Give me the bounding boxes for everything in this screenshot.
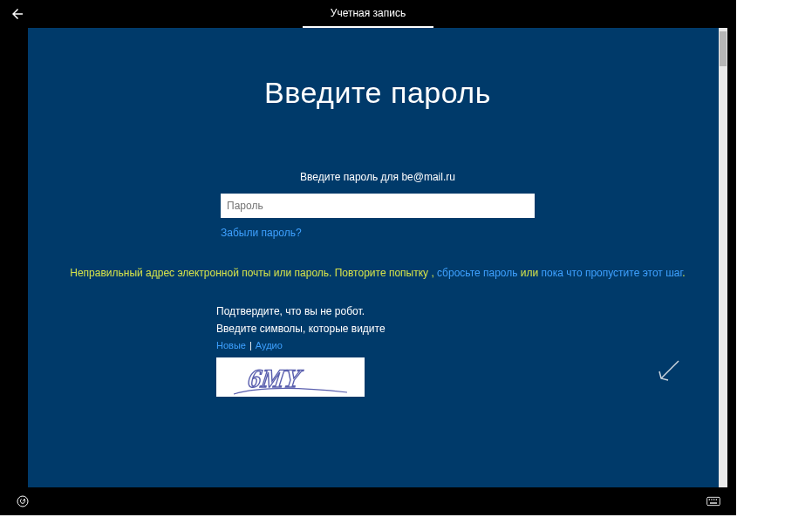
bottom-bar [0, 487, 736, 515]
forgot-password-link[interactable]: Забыли пароль? [221, 227, 535, 239]
error-or: или [518, 267, 542, 279]
captcha-image: 6MY [216, 357, 365, 397]
oobe-window: Учетная запись Введите пароль Введите па… [0, 0, 736, 515]
back-arrow-button[interactable] [0, 0, 35, 28]
error-dot: . [682, 267, 685, 279]
captcha-label-1: Подтвердите, что вы не робот. [216, 305, 530, 317]
captcha-new-link[interactable]: Новые [216, 340, 246, 350]
svg-rect-5 [711, 499, 712, 500]
page-title: Введите пароль [37, 76, 719, 110]
password-row [37, 194, 719, 218]
content-inner: Введите пароль Введите пароль для be@mai… [28, 76, 727, 487]
error-text: Неправильный адрес электронной почты или… [70, 267, 428, 279]
password-input[interactable] [221, 194, 535, 218]
content-panel: Введите пароль Введите пароль для be@mai… [28, 28, 727, 487]
captcha-link-separator: | [249, 340, 252, 350]
svg-rect-7 [716, 499, 717, 500]
captcha-section: Подтвердите, что вы не робот. Введите си… [216, 305, 530, 397]
captcha-links: Новые|Аудио [216, 340, 530, 350]
skip-step-link[interactable]: пока что пропустите этот шаг [542, 267, 683, 279]
ease-of-access-button[interactable] [16, 494, 30, 508]
captcha-label-2: Введите символы, которые видите [216, 323, 530, 335]
svg-line-0 [661, 361, 679, 378]
title-bar: Учетная запись [0, 0, 736, 28]
reset-password-link[interactable]: сбросьте пароль [437, 267, 517, 279]
scrollbar-thumb[interactable] [720, 31, 727, 66]
annotation-arrow-icon [656, 357, 682, 384]
keyboard-icon [706, 494, 720, 508]
tab-account[interactable]: Учетная запись [303, 0, 433, 28]
svg-rect-3 [707, 497, 720, 505]
svg-rect-8 [710, 502, 717, 503]
svg-rect-6 [713, 499, 714, 500]
error-message: Неправильный адрес электронной почты или… [37, 267, 719, 279]
keyboard-button[interactable] [706, 494, 720, 508]
back-arrow-icon [10, 6, 25, 22]
ease-of-access-icon [16, 494, 30, 508]
captcha-audio-link[interactable]: Аудио [256, 340, 283, 350]
error-comma: , [428, 267, 437, 279]
svg-rect-4 [709, 499, 710, 500]
password-prompt: Введите пароль для be@mail.ru [37, 171, 719, 183]
